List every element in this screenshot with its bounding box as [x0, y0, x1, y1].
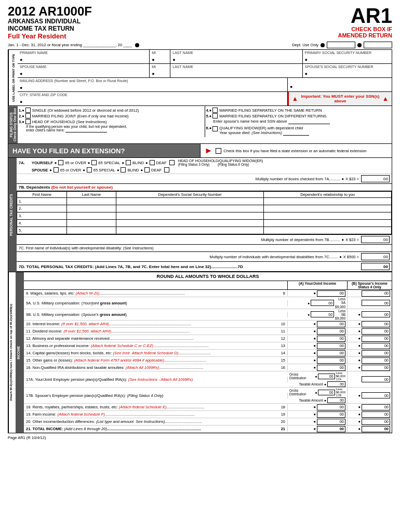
spouse-deaf-checkbox[interactable] — [164, 167, 169, 172]
city-state-zip-cell: CITY, STATE AND ZIP CODE ● — [18, 92, 288, 105]
line-19: 19. Farm income: (Attach federal Schedul… — [24, 411, 392, 418]
dep-row-4: 4. — [17, 220, 392, 227]
spouse-checkbox[interactable] — [54, 167, 59, 172]
ar1-block: AR1 CHECK BOX IF AMENDED RETURN — [338, 5, 393, 38]
mi-label: MI — [152, 51, 168, 55]
dep-row-5: 5. — [17, 227, 392, 234]
spouse-blind-checkbox[interactable] — [144, 167, 150, 172]
spouse-deaf-label: DEAF — [151, 168, 162, 172]
filing-status-side-label: FILING STATUSCheck Only One Box — [8, 106, 18, 143]
ssn-label: PRIMARY SOCIAL SECURITY NUMBER — [305, 51, 390, 55]
7a-amount-box: 00 — [361, 175, 390, 182]
mailing-label: MAILING ADDRESS (Number and Street, P.O.… — [20, 79, 285, 83]
amended-return-label: AMENDED RETURN — [338, 32, 393, 38]
spouse-last-cell: LAST NAME — [170, 64, 302, 77]
spouse-name-label: SPOUSE NAME — [20, 65, 147, 69]
line-15: 15. Other gains or (losses): (Attach fed… — [24, 357, 392, 364]
filing-option-1[interactable]: 1.● SINGLE (Or widowed before 2012 or di… — [19, 108, 204, 113]
line-16: 16. Non-Qualified IRA distributions and … — [24, 364, 392, 371]
filing-option-3[interactable]: 3.● HEAD OF HOUSEHOLD (See Instructions) — [19, 119, 204, 124]
filing-checkbox-2[interactable] — [25, 113, 31, 118]
line-14: 14. Capital gains/(losses) from stocks, … — [24, 350, 392, 357]
page-footer: Page AR1 (R 10/4/12) — [8, 435, 392, 440]
subtitle1: ARKANSAS INDIVIDUAL — [8, 18, 92, 25]
yourself-checkbox[interactable] — [58, 160, 63, 165]
spouse-65over-label: 65 or OVER — [60, 168, 81, 172]
spouse-ssn-label: SPOUSE'S SOCIAL SECURITY NUMBER — [305, 65, 390, 69]
filing-num-1: 1.● — [19, 108, 24, 113]
primary-name-cell: PRIMARY NAME ● — [18, 50, 150, 63]
line-18: 18. Rents, royalties, partnerships, esta… — [24, 404, 392, 411]
side-label-use: USE LABEL OR PRINT OR TYPE — [8, 50, 18, 105]
extension-header: HAVE YOU FILED AN EXTENSION? — [12, 147, 125, 155]
spouse-ssn-cell: SPOUSE'S SOCIAL SECURITY NUMBER ● — [303, 64, 392, 77]
spouse-65over-checkbox[interactable] — [87, 167, 92, 172]
line-7c: 7C. First name of individual(s) with dev… — [17, 245, 392, 252]
city-state-zip-label: CITY, STATE AND ZIP CODE — [20, 93, 285, 97]
65over-checkbox[interactable] — [91, 160, 97, 165]
blind-label: BLIND — [132, 161, 144, 165]
important-box: ▲ Important: You MUST enter your SSN(s) … — [288, 92, 392, 105]
arrow-icon: ► — [205, 146, 213, 155]
spouse-last-label: LAST NAME — [172, 65, 300, 69]
line-21: 21. TOTAL INCOME: (Add Lines 8 through 2… — [24, 425, 392, 433]
full-year-resident: Full Year Resident — [8, 32, 92, 40]
dep-row-3: 3. — [17, 212, 392, 220]
deaf-checkbox[interactable] — [169, 160, 175, 165]
mi-cell: MI ● — [150, 50, 170, 63]
spouse-name-cell: SPOUSE NAME ● — [18, 64, 150, 77]
attach-side-label: Attach W-2(s)/1099(s) here / Attach chec… — [8, 272, 16, 433]
filing-checkbox-3[interactable] — [25, 119, 31, 124]
ar1-label: AR1 — [338, 5, 393, 26]
subtitle2: INCOME TAX RETURN — [8, 25, 92, 32]
primary-ssn-cell: PRIMARY SOCIAL SECURITY NUMBER ● — [303, 50, 392, 63]
65-over-label: 65 or OVER — [65, 161, 86, 165]
line-10: 10. Interest income: (If over $1,500, at… — [24, 321, 392, 328]
dependents-table: First Name Last Name Dependent's Social … — [17, 191, 392, 234]
line-17b: 17B. Spouse's Employer pension plan(s)/Q… — [24, 388, 392, 404]
last-name-label: LAST NAME — [172, 51, 300, 55]
filing-checkbox-1[interactable] — [25, 108, 31, 113]
line-17a: 17A. Your/Joint Employer pension plan(s)… — [24, 371, 392, 388]
filing-num-2: 2.● — [19, 114, 24, 118]
filing-status-section: FILING STATUSCheck Only One Box 1.● SING… — [8, 105, 392, 143]
check-box-if-label: CHECK BOX IF — [338, 26, 393, 32]
line-7a-section: 7A. YOURSELF ● 65 or OVER ● 65 SPECIAL ●… — [17, 158, 392, 174]
income-section: Attach W-2(s)/1099(s) here / Attach chec… — [8, 272, 392, 433]
spouse-65special-checkbox[interactable] — [121, 167, 126, 172]
filing-checkbox-5[interactable] — [212, 113, 218, 118]
blind-checkbox[interactable] — [150, 160, 155, 165]
enter-spouse-ssn: Enter spouse's name here and SSN above — [214, 119, 391, 124]
filing-num-3: 3.● — [19, 119, 24, 124]
multiply-7c: Multiply number of individuals with deve… — [17, 252, 392, 262]
spouse-mi-label: MI — [152, 65, 168, 69]
line-7b-header: 7B. Dependents (Do not list yourself or … — [17, 184, 392, 191]
filing-checkbox-4[interactable] — [212, 108, 218, 113]
dep-row-1: 1. — [17, 198, 392, 205]
filing-option-5[interactable]: 5.● MARRIED FILING SEPARATELY ON DIFFERE… — [206, 113, 391, 118]
7d-amount-box: 00 — [361, 263, 390, 270]
col-b-header: (B) Spouse's Income Status 4 Only — [348, 281, 392, 289]
income-side-label: INCOME — [16, 272, 24, 433]
extension-section: HAVE YOU FILED AN EXTENSION? ► Check thi… — [8, 143, 392, 157]
line-13: 13. Business or professional income: (At… — [24, 342, 392, 350]
filing-checkbox-6[interactable] — [212, 126, 218, 131]
title-block: 2012 AR1000F ARKANSAS INDIVIDUAL INCOME … — [8, 5, 92, 40]
extension-note: Check this box if you have filed a state… — [223, 149, 366, 153]
filing-option-2[interactable]: 2.● MARRIED FILING JOINT (Even if only o… — [19, 113, 204, 118]
line-20: 20. Other income/deduction differences: … — [24, 418, 392, 425]
filing-option-6[interactable]: 6.● QUALIFYING WIDOW(ER) with dependent … — [206, 126, 391, 136]
filing-option-4[interactable]: 4.● MARRIED FILING SEPARATELY ON THE SAM… — [206, 108, 391, 113]
dept-box2 — [364, 42, 392, 48]
7c-amount-box: 00 — [361, 253, 390, 260]
dep-row-2: 2. — [17, 205, 392, 212]
65special-checkbox[interactable] — [126, 160, 131, 165]
line-9a: 9A. U.S. Military compensation: (Your/jo… — [24, 297, 392, 309]
qualifying-note: If the qualifying person was your child,… — [26, 125, 204, 132]
mailing-bullet-right: ● — [288, 78, 392, 91]
spouse-label: SPOUSE — [32, 168, 48, 172]
ext-checkbox[interactable] — [216, 148, 221, 154]
line-11: 11. Dividend income: (If over $1,500, at… — [24, 328, 392, 335]
7b-amount-box: 00 — [361, 236, 390, 243]
personal-side-label: PERSONAL TAX CREDITS — [8, 158, 17, 272]
